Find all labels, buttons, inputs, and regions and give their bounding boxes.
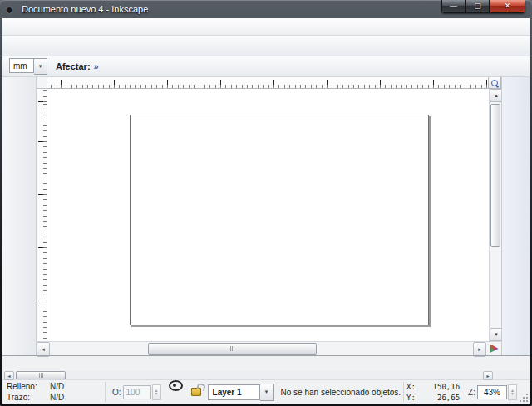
opacity-label: O: bbox=[112, 388, 121, 397]
palette-scroll-left-icon[interactable]: ◂ bbox=[4, 371, 14, 380]
snap-toolbar bbox=[501, 77, 530, 355]
stroke-value: N/D bbox=[50, 393, 105, 404]
ruler-corner bbox=[37, 77, 47, 89]
status-bar: Relleno: N/D Trazo: N/D O: 100 ▲▼ Layer … bbox=[2, 380, 530, 404]
unit-value: mm bbox=[9, 58, 34, 73]
horizontal-ruler[interactable] bbox=[47, 77, 488, 89]
x-coordinate-value: 150,16 bbox=[416, 382, 460, 393]
status-message: No se han seleccionado objetos. Haga cli… bbox=[278, 380, 404, 404]
y-coordinate-value: 26,65 bbox=[416, 393, 460, 404]
affect-label: Afectar: bbox=[56, 61, 91, 71]
opacity-control: O: 100 ▲▼ bbox=[106, 380, 165, 404]
window-content: mm ▾ Afectar: » ▴ bbox=[2, 18, 530, 404]
document-page bbox=[130, 115, 429, 325]
inkscape-logo-icon: ◆ bbox=[6, 4, 17, 15]
window-title: Documento nuevo 4 - Inkscape bbox=[22, 4, 148, 14]
stroke-label: Trazo: bbox=[7, 393, 50, 404]
layer-lock-icon[interactable] bbox=[191, 388, 201, 396]
palette-scroll-thumb[interactable] bbox=[16, 371, 66, 379]
window-controls: — ▢ ✕ bbox=[441, 0, 525, 13]
palette-scroll-track[interactable] bbox=[66, 372, 481, 379]
y-coordinate-label: Y: bbox=[406, 393, 416, 404]
tool-controls-bar: mm ▾ Afectar: » bbox=[2, 56, 530, 77]
chevron-down-icon[interactable]: ▾ bbox=[34, 58, 47, 75]
resize-grip[interactable] bbox=[520, 380, 530, 404]
title-bar[interactable]: ◆ Documento nuevo 4 - Inkscape — ▢ ✕ bbox=[0, 0, 532, 18]
palette-scrollbar[interactable]: ◂ ▸ bbox=[2, 371, 530, 380]
chevron-down-icon[interactable]: ▾ bbox=[260, 384, 274, 401]
unit-select[interactable]: mm ▾ bbox=[9, 58, 47, 75]
horizontal-scrollbar[interactable]: ◂ ▸ bbox=[37, 341, 501, 355]
opacity-field[interactable]: 100 bbox=[123, 385, 151, 399]
inkscape-window: ◆ Documento nuevo 4 - Inkscape — ▢ ✕ mm … bbox=[0, 0, 532, 406]
main-area: ▴ ▾ ◂ ▸ bbox=[2, 77, 530, 355]
vertical-scrollbar[interactable]: ▴ ▾ bbox=[489, 89, 501, 341]
canvas-row: ▴ ▾ bbox=[37, 89, 501, 341]
palette-scroll-right-icon[interactable]: ▸ bbox=[483, 371, 493, 380]
canvas-pane: ▴ ▾ ◂ ▸ bbox=[37, 77, 501, 355]
fill-stroke-indicator[interactable]: Relleno: N/D Trazo: N/D bbox=[2, 380, 105, 404]
toolbar-overflow-button[interactable]: » bbox=[94, 61, 99, 71]
zoom-control: Z: 43% ▲▼ bbox=[462, 380, 520, 404]
zoom-spinner[interactable]: ▲▼ bbox=[508, 384, 517, 400]
maximize-button[interactable]: ▢ bbox=[466, 0, 490, 13]
vertical-scroll-thumb[interactable] bbox=[490, 104, 500, 247]
zoom-label: Z: bbox=[468, 388, 475, 397]
drawing-canvas[interactable] bbox=[47, 89, 489, 341]
color-palette bbox=[2, 355, 530, 371]
current-layer-name: Layer 1 bbox=[208, 384, 260, 400]
close-button[interactable]: ✕ bbox=[490, 0, 525, 13]
tool-palette bbox=[2, 77, 37, 355]
horizontal-scroll-track[interactable] bbox=[50, 342, 473, 355]
layer-selector[interactable]: Layer 1 ▾ bbox=[208, 380, 274, 404]
x-coordinate-label: X: bbox=[406, 382, 416, 393]
menu-bar bbox=[2, 18, 530, 36]
vertical-ruler[interactable] bbox=[37, 89, 47, 341]
color-wheel-icon bbox=[490, 345, 499, 354]
horizontal-scroll-thumb[interactable] bbox=[148, 343, 317, 355]
zoom-field[interactable]: 43% bbox=[477, 385, 507, 399]
fill-value: N/D bbox=[50, 382, 105, 393]
layer-visibility-eye-icon[interactable] bbox=[169, 380, 183, 391]
fill-label: Relleno: bbox=[7, 382, 50, 393]
cursor-coordinates: X: 150,16 Y: 26,65 bbox=[404, 380, 462, 404]
color-management-toggle[interactable] bbox=[486, 342, 501, 355]
command-toolbar bbox=[2, 36, 530, 56]
magnifier-icon bbox=[491, 80, 498, 86]
opacity-spinner[interactable]: ▲▼ bbox=[152, 384, 161, 400]
sticky-zoom-button[interactable] bbox=[488, 77, 501, 89]
minimize-button[interactable]: — bbox=[441, 0, 466, 13]
ruler-row bbox=[37, 77, 501, 89]
